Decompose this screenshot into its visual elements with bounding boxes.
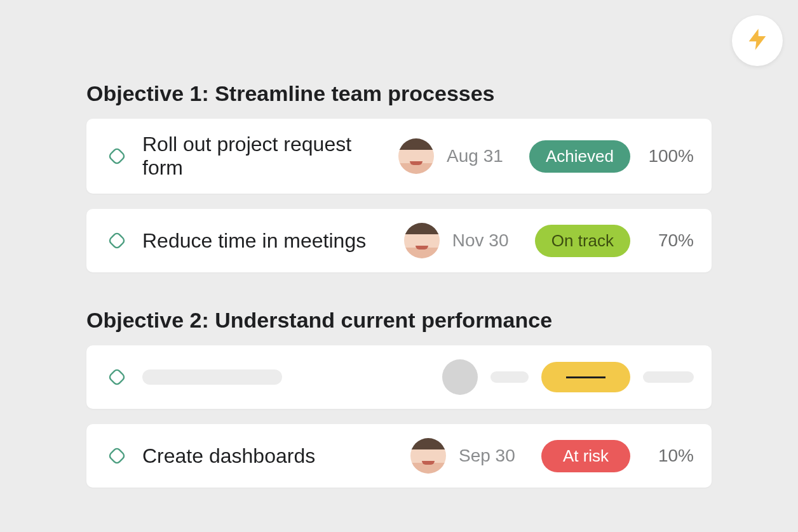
- diamond-icon[interactable]: [104, 143, 130, 169]
- task-title: Create dashboards: [142, 444, 398, 468]
- task-date: Sep 30: [459, 446, 529, 466]
- task-row-placeholder: [86, 345, 712, 409]
- status-badge: On track: [535, 225, 630, 257]
- objective-block: Objective 1: Streamline team processes R…: [86, 81, 712, 272]
- diamond-icon[interactable]: [104, 228, 130, 253]
- task-progress: 70%: [643, 230, 694, 251]
- task-row[interactable]: Reduce time in meetings Nov 30 On track …: [86, 209, 712, 272]
- avatar[interactable]: [404, 223, 440, 258]
- avatar[interactable]: [398, 138, 434, 174]
- task-title: Roll out project request form: [142, 133, 386, 180]
- task-progress: 100%: [643, 146, 694, 166]
- task-title: Reduce time in meetings: [142, 229, 391, 253]
- lightning-icon: [745, 27, 770, 55]
- status-badge: Achieved: [529, 140, 630, 173]
- task-date: Nov 30: [452, 230, 522, 251]
- svg-rect-0: [109, 148, 126, 165]
- status-badge: At risk: [541, 440, 630, 472]
- diamond-icon[interactable]: [104, 443, 130, 469]
- avatar[interactable]: [410, 438, 446, 474]
- objective-block: Objective 2: Understand current performa…: [86, 308, 712, 488]
- skeleton-status-badge: [541, 362, 630, 392]
- avatar-placeholder: [442, 359, 478, 395]
- svg-rect-2: [109, 369, 126, 386]
- objective-title: Objective 2: Understand current performa…: [86, 308, 712, 333]
- skeleton-title: [142, 369, 282, 385]
- task-progress: 10%: [643, 446, 694, 466]
- task-row[interactable]: Roll out project request form Aug 31 Ach…: [86, 119, 712, 194]
- svg-rect-3: [109, 448, 126, 465]
- objectives-container: Objective 1: Streamline team processes R…: [0, 0, 798, 488]
- diamond-icon: [104, 364, 130, 390]
- objective-title: Objective 1: Streamline team processes: [86, 81, 712, 106]
- task-row[interactable]: Create dashboards Sep 30 At risk 10%: [86, 424, 712, 488]
- task-date: Aug 31: [447, 146, 517, 166]
- lightning-badge[interactable]: [732, 15, 783, 66]
- svg-rect-1: [109, 232, 126, 249]
- skeleton-date: [490, 371, 529, 383]
- skeleton-progress: [643, 371, 694, 383]
